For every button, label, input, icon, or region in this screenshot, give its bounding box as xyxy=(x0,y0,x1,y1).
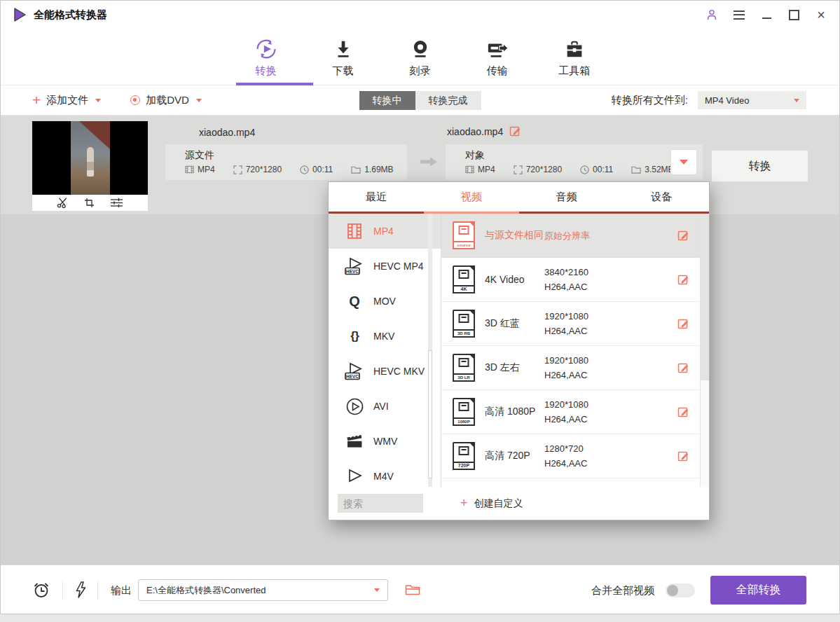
burn-icon xyxy=(408,37,432,61)
tab-converting[interactable]: 转换中 xyxy=(359,91,415,110)
format-label: HEVC MP4 xyxy=(373,261,424,272)
schedule-alarm-icon[interactable] xyxy=(32,581,50,599)
preset-edit-icon[interactable] xyxy=(677,362,689,374)
main-nav: 转换下载刻录传输工具箱 xyxy=(1,29,839,85)
dvd-icon xyxy=(130,95,140,105)
high-speed-bolt-icon[interactable] xyxy=(72,581,88,599)
rename-edit-icon[interactable] xyxy=(509,125,521,137)
format-list-scrollbar[interactable] xyxy=(428,214,432,487)
open-folder-icon[interactable] xyxy=(405,583,420,596)
merge-videos-toggle[interactable] xyxy=(666,583,695,597)
convert-icon xyxy=(254,37,278,61)
format-item-avi[interactable]: AVI xyxy=(329,389,441,424)
matroska-icon: { } xyxy=(343,329,366,343)
crop-icon[interactable] xyxy=(84,198,95,208)
trim-scissors-icon[interactable] xyxy=(57,198,69,208)
format-label: MOV xyxy=(373,296,396,307)
close-button[interactable]: × xyxy=(814,8,828,22)
convert-all-button[interactable]: 全部转换 xyxy=(710,576,806,604)
window-bottom-edge xyxy=(0,614,840,622)
format-item-m4v[interactable]: M4V xyxy=(329,459,441,487)
preset-row-0[interactable]: source与源文件相同原始分辨率 xyxy=(441,214,709,258)
output-format-select[interactable]: MP4 Video xyxy=(698,91,806,109)
panel-tab-3[interactable]: 设备 xyxy=(614,182,709,212)
panel-tab-1[interactable]: 视频 xyxy=(424,182,519,212)
window-controls: × xyxy=(705,8,828,22)
preset-badge-icon: 3D LR xyxy=(453,354,475,382)
nav-tab-label: 刻录 xyxy=(410,64,431,78)
target-specs: MP4 720*1280 00:11 3.52MB xyxy=(465,165,674,174)
preset-edit-icon[interactable] xyxy=(677,450,689,462)
video-thumbnail xyxy=(32,121,148,211)
nav-tab-transfer[interactable]: 传输 xyxy=(469,37,525,78)
preset-search-input[interactable] xyxy=(338,494,423,513)
thumbnail-image xyxy=(32,121,148,195)
output-label: 输出 xyxy=(111,584,132,597)
preset-badge-icon: 3D RB xyxy=(453,310,475,338)
format-label: AVI xyxy=(373,401,389,412)
maximize-button[interactable] xyxy=(787,8,801,22)
account-icon[interactable] xyxy=(705,8,719,22)
merge-videos-label: 合并全部视频 xyxy=(591,584,654,597)
preset-details: 1920*1080H264,AAC xyxy=(544,353,588,382)
preset-row-3[interactable]: 3D LR3D 左右1920*1080H264,AAC xyxy=(441,346,709,390)
preset-edit-icon[interactable] xyxy=(677,230,689,242)
format-dropdown-button[interactable] xyxy=(670,149,697,175)
add-file-button[interactable]: + 添加文件 xyxy=(32,94,101,107)
nav-tab-burn[interactable]: 刻录 xyxy=(392,37,448,78)
format-label: HEVC MKV xyxy=(373,366,425,377)
menu-icon[interactable] xyxy=(732,8,746,22)
source-file-name: xiaodao.mp4 xyxy=(199,127,255,138)
nav-tab-toolbox[interactable]: 工具箱 xyxy=(546,37,603,78)
chevron-down-icon xyxy=(374,588,380,592)
film-icon xyxy=(465,165,474,174)
panel-tab-2[interactable]: 音频 xyxy=(519,182,614,212)
clapper-icon xyxy=(343,433,366,450)
duration-clock-icon xyxy=(580,165,589,174)
file-size-folder-icon xyxy=(351,165,361,174)
preset-details: 3840*2160H264,AAC xyxy=(544,265,588,294)
panel-tab-0[interactable]: 最近 xyxy=(329,182,424,212)
preset-details: 1920*1080H264,AAC xyxy=(544,309,588,338)
format-label: MKV xyxy=(373,331,394,342)
format-item-mov[interactable]: QMOV xyxy=(329,284,441,319)
preset-row-4[interactable]: 1080P高清 1080P1920*1080H264,AAC xyxy=(441,390,709,434)
tab-finished[interactable]: 转换完成 xyxy=(415,91,481,110)
convert-button[interactable]: 转换 xyxy=(712,151,808,181)
minimize-button[interactable] xyxy=(759,8,773,22)
hevc-icon: HEVC xyxy=(343,257,366,276)
preset-row-1[interactable]: 4K4K Video3840*2160H264,AAC xyxy=(441,258,709,302)
create-custom-button[interactable]: + 创建自定义 xyxy=(460,487,523,520)
preset-row-5[interactable]: 720P高清 720P1280*720H264,AAC xyxy=(441,434,709,478)
output-path-select[interactable]: E:\全能格式转换器\Converted xyxy=(138,579,388,601)
load-dvd-label: 加载DVD xyxy=(146,94,189,107)
format-item-mkv[interactable]: { }MKV xyxy=(329,319,441,354)
preset-list-scrollbar[interactable] xyxy=(700,214,709,487)
preset-edit-icon[interactable] xyxy=(677,406,689,418)
queue-tabs: 转换中 转换完成 xyxy=(359,91,481,110)
preset-badge-icon: 1080P xyxy=(453,398,475,426)
app-title: 全能格式转换器 xyxy=(34,8,107,22)
preset-edit-icon[interactable] xyxy=(677,318,689,330)
footer-bar: 输出 E:\全能格式转换器\Converted 合并全部视频 全部转换 xyxy=(1,565,839,614)
nav-tab-download[interactable]: 下载 xyxy=(315,37,371,78)
format-label: MP4 xyxy=(373,226,394,237)
preset-row-2[interactable]: 3D RB3D 红蓝1920*1080H264,AAC xyxy=(441,302,709,346)
source-info-box: 源文件 MP4 720*1280 00:11 1.69MB xyxy=(165,144,407,180)
preset-edit-icon[interactable] xyxy=(677,274,689,286)
format-item-hevc-mkv[interactable]: HEVCHEVC MKV xyxy=(329,354,441,389)
nav-tab-convert[interactable]: 转换 xyxy=(238,37,294,78)
source-specs: MP4 720*1280 00:11 1.69MB xyxy=(185,165,394,174)
preset-details: 1280*720H264,AAC xyxy=(544,441,587,471)
format-item-hevc-mp4[interactable]: HEVCHEVC MP4 xyxy=(329,249,441,284)
output-path-value: E:\全能格式转换器\Converted xyxy=(146,584,266,597)
add-file-label: 添加文件 xyxy=(46,94,88,107)
download-icon xyxy=(331,37,355,61)
format-item-mp4[interactable]: MP4 xyxy=(329,214,441,249)
titlebar: 全能格式转换器 × xyxy=(1,1,839,29)
format-item-wmv[interactable]: WMV xyxy=(329,424,441,459)
load-dvd-button[interactable]: 加载DVD xyxy=(130,94,202,107)
resolution-icon xyxy=(514,165,523,174)
effects-sliders-icon[interactable] xyxy=(110,198,123,208)
toolbox-icon xyxy=(563,37,586,61)
